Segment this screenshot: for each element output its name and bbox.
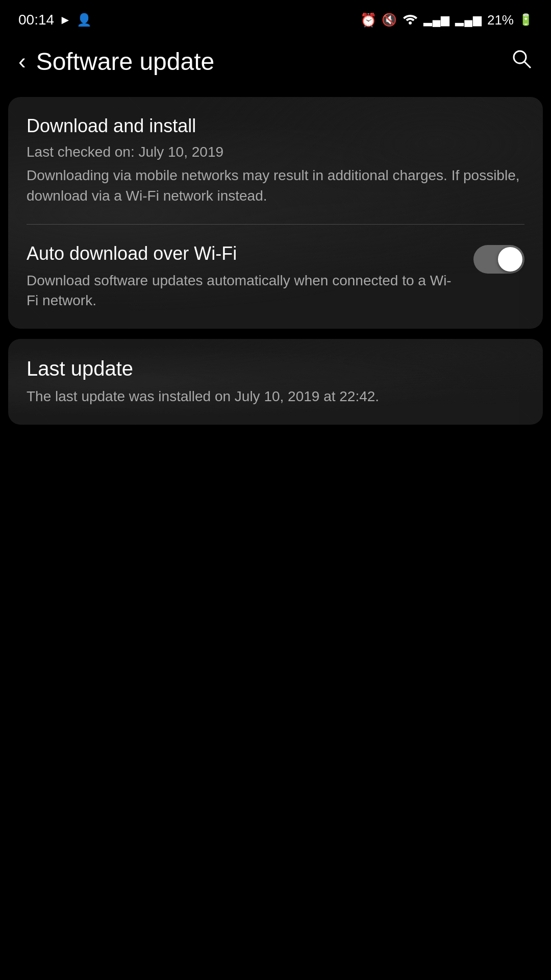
last-checked-text: Last checked on: July 10, 2019 xyxy=(27,143,524,161)
back-button[interactable]: ‹ xyxy=(18,50,26,72)
auto-download-text: Auto download over Wi-Fi Download softwa… xyxy=(27,243,473,310)
location-icon: ► xyxy=(59,13,71,27)
app-bar: ‹ Software update xyxy=(0,36,551,87)
download-install-title: Download and install xyxy=(27,115,524,137)
auto-download-row: Auto download over Wi-Fi Download softwa… xyxy=(27,243,524,310)
page-title: Software update xyxy=(36,47,215,76)
status-left: 00:14 ► 👤 xyxy=(18,12,92,28)
auto-download-title: Auto download over Wi-Fi xyxy=(27,243,458,264)
wifi-icon xyxy=(402,12,418,28)
download-description: Downloading via mobile networks may resu… xyxy=(27,165,524,205)
mute-icon: 🔇 xyxy=(382,13,397,27)
download-card: Download and install Last checked on: Ju… xyxy=(8,97,543,329)
auto-download-toggle[interactable] xyxy=(473,245,524,274)
last-update-description: The last update was installed on July 10… xyxy=(27,386,524,406)
badge-icon: 👤 xyxy=(77,13,92,27)
status-bar: 00:14 ► 👤 ⏰ 🔇 ▂▄▆ ▂▄▆ 21% 🔋 xyxy=(0,0,551,36)
main-content: Download and install Last checked on: Ju… xyxy=(0,87,551,435)
auto-download-section: Auto download over Wi-Fi Download softwa… xyxy=(8,225,543,329)
alarm-icon: ⏰ xyxy=(360,12,377,28)
last-update-title: Last update xyxy=(27,357,524,380)
signal2-icon: ▂▄▆ xyxy=(455,13,482,27)
signal-icon: ▂▄▆ xyxy=(423,13,450,27)
status-time: 00:14 xyxy=(18,12,54,28)
search-button[interactable] xyxy=(510,47,533,75)
last-update-section: Last update The last update was installe… xyxy=(8,339,543,425)
app-bar-left: ‹ Software update xyxy=(18,47,214,76)
battery-icon: 🔋 xyxy=(519,13,533,27)
svg-point-0 xyxy=(409,21,412,24)
battery-text: 21% xyxy=(487,12,514,28)
status-right: ⏰ 🔇 ▂▄▆ ▂▄▆ 21% 🔋 xyxy=(360,12,533,28)
auto-download-description: Download software updates automatically … xyxy=(27,271,458,310)
toggle-container xyxy=(473,243,524,274)
download-install-section[interactable]: Download and install Last checked on: Ju… xyxy=(8,97,543,224)
svg-line-2 xyxy=(524,62,531,68)
last-update-card: Last update The last update was installe… xyxy=(8,339,543,425)
svg-point-1 xyxy=(514,51,526,63)
toggle-track xyxy=(473,245,524,274)
toggle-thumb xyxy=(498,247,522,272)
